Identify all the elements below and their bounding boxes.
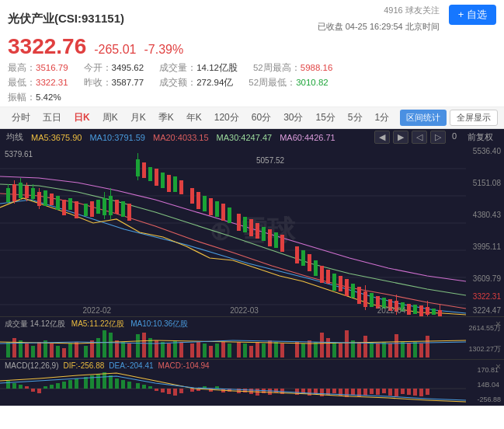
svg-rect-96 [68, 344, 72, 358]
main-price: 3322.76 [8, 34, 86, 59]
tab-120fen[interactable]: 120分 [209, 108, 245, 127]
svg-rect-89 [25, 344, 29, 358]
svg-rect-100 [96, 338, 100, 358]
svg-rect-86 [6, 342, 10, 358]
svg-rect-46 [209, 198, 213, 215]
prevclose-label: 昨收： [84, 78, 112, 87]
tab-nian-k[interactable]: 年K [181, 108, 207, 127]
svg-rect-133 [320, 333, 324, 358]
svg-rect-39 [161, 173, 165, 188]
svg-rect-150 [426, 336, 429, 358]
svg-rect-42 [179, 180, 183, 194]
chart-zoom-out-button[interactable]: ◁ [412, 131, 427, 144]
tab-1fen[interactable]: 1分 [370, 108, 395, 127]
interval-stats-button[interactable]: 区间统计 [400, 110, 447, 126]
tab-15fen[interactable]: 15分 [310, 108, 340, 127]
macd-chart: MACD(12,26,9) DIF:-256.88 DEA:-204.41 MA… [0, 359, 504, 406]
svg-rect-146 [401, 342, 405, 358]
x-label-feb: 2022-02 [82, 306, 111, 315]
svg-rect-23 [75, 201, 78, 218]
low-label: 最低： [8, 78, 36, 87]
ma60-label: MA60:4426.71 [280, 133, 335, 142]
svg-rect-90 [31, 346, 35, 358]
svg-rect-38 [155, 169, 158, 186]
tab-wu-ri[interactable]: 五日 [37, 108, 67, 127]
tab-ji-k[interactable]: 季K [153, 108, 179, 127]
fullscreen-button[interactable]: 全屏显示 [450, 110, 498, 126]
svg-rect-109 [155, 340, 158, 358]
svg-rect-152 [6, 381, 10, 389]
svg-rect-107 [142, 333, 146, 358]
svg-rect-131 [308, 340, 311, 358]
svg-rect-50 [237, 214, 241, 231]
svg-rect-161 [62, 382, 66, 389]
svg-rect-173 [142, 385, 146, 389]
y-label-3: 4380.43 [473, 211, 501, 219]
w52low-val: 3010.82 [296, 78, 328, 87]
chart-prev-button[interactable]: ◀ [374, 131, 390, 144]
prevclose-val: 3587.77 [112, 78, 144, 87]
svg-rect-111 [167, 344, 171, 358]
y-label-6: 3224.47 [473, 306, 501, 315]
tab-30fen[interactable]: 30分 [278, 108, 308, 127]
svg-rect-68 [357, 287, 361, 304]
svg-rect-57 [280, 235, 284, 252]
stats-row2: 最低：3322.31 昨收：3587.77 成交额：272.94亿 52周最低：… [8, 77, 496, 89]
svg-rect-95 [62, 348, 66, 358]
svg-rect-162 [68, 380, 72, 389]
svg-rect-157 [37, 389, 41, 393]
tab-fen-shi[interactable]: 分时 [6, 108, 36, 127]
svg-rect-178 [173, 389, 177, 396]
tab-60fen[interactable]: 60分 [246, 108, 276, 127]
svg-rect-26 [96, 200, 100, 214]
y-axis-labels: 5536.40 5151.08 4380.43 3995.11 3609.79 … [473, 145, 501, 316]
svg-rect-37 [148, 167, 152, 181]
chart-next-button[interactable]: ▶ [393, 131, 408, 144]
svg-rect-48 [221, 204, 225, 221]
restore-btn: 0 [449, 131, 460, 144]
svg-rect-130 [301, 344, 305, 358]
svg-rect-66 [345, 279, 349, 296]
svg-rect-41 [173, 176, 177, 192]
svg-rect-143 [382, 342, 386, 358]
svg-rect-60 [308, 254, 311, 271]
svg-rect-155 [25, 386, 29, 389]
chart-zoom-in-button[interactable]: ▷ [430, 131, 446, 144]
svg-rect-93 [50, 344, 54, 358]
svg-rect-52 [249, 219, 253, 236]
svg-rect-201 [332, 389, 336, 393]
w52high-label: 52周最高： [253, 63, 301, 72]
svg-rect-144 [388, 344, 392, 358]
svg-rect-174 [148, 386, 152, 389]
svg-rect-54 [262, 227, 266, 241]
svg-rect-145 [395, 334, 398, 358]
svg-rect-213 [407, 389, 411, 395]
svg-rect-104 [121, 342, 125, 358]
svg-rect-142 [376, 344, 380, 358]
tab-ri-k[interactable]: 日K [68, 108, 96, 127]
svg-rect-43 [190, 188, 194, 204]
svg-rect-208 [376, 389, 380, 395]
svg-rect-197 [308, 389, 311, 396]
ma20-label: MA20:4033.15 [153, 133, 209, 142]
svg-rect-116 [203, 344, 207, 358]
svg-rect-168 [109, 375, 113, 389]
svg-rect-211 [395, 389, 398, 396]
svg-rect-22 [68, 198, 72, 210]
svg-rect-141 [370, 342, 374, 358]
svg-rect-212 [401, 389, 405, 394]
restore-label[interactable]: 前复权 [463, 131, 498, 144]
svg-rect-65 [339, 276, 342, 291]
svg-rect-40 [167, 175, 171, 192]
macd-scale-2: 14B.04 [477, 381, 501, 389]
y-label-1: 5536.40 [473, 147, 501, 155]
ma5-label: MA5:3675.90 [31, 133, 82, 142]
svg-rect-170 [121, 380, 125, 389]
svg-rect-24 [84, 204, 88, 216]
svg-rect-47 [215, 201, 219, 217]
tab-5fen[interactable]: 5分 [342, 108, 368, 127]
tab-zhou-k[interactable]: 周K [97, 108, 123, 127]
add-watchlist-button[interactable]: + 自选 [449, 5, 496, 25]
svg-rect-209 [382, 389, 386, 393]
tab-yue-k[interactable]: 月K [125, 108, 151, 127]
